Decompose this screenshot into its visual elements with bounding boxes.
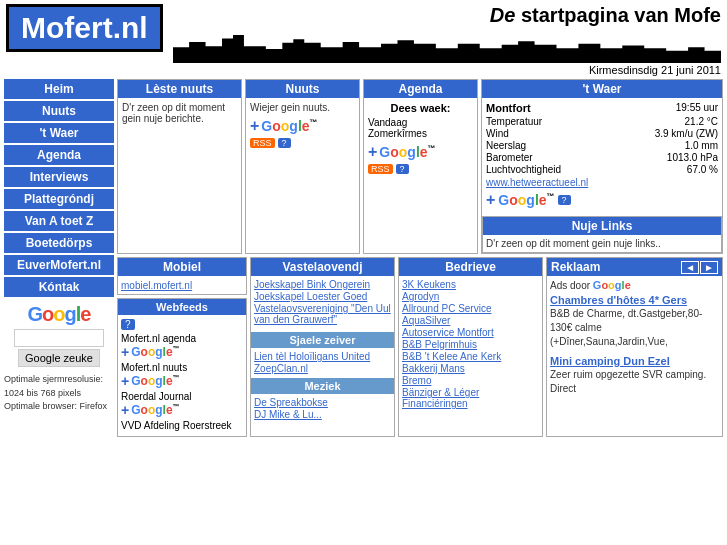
reklaam-link-0[interactable]: Chambres d'hôtes 4* Gers	[550, 294, 719, 306]
reklaam-next-button[interactable]: ►	[700, 261, 718, 274]
vastela-item-2[interactable]: Vastelaovsvereniging "Den Uul van den Gr…	[254, 303, 391, 325]
waer-time: 19:55 uur	[676, 102, 718, 114]
search-input[interactable]	[14, 329, 104, 347]
meziek-header: Meziek	[251, 378, 394, 394]
leste-nuuts-content: D'r zeen op dit moment gein nuje bericht…	[118, 98, 241, 128]
waer-wind-value: 3.9 km/u (ZW)	[655, 128, 718, 139]
ads-text-row: Ads door Google	[550, 279, 719, 291]
webfeeds-header: Webfeeds	[118, 299, 246, 315]
agenda-google-row: + Google™	[368, 143, 473, 161]
feed-icons-2: + Google™	[121, 402, 243, 418]
bedrieve-item-8[interactable]: Bremo	[402, 375, 539, 386]
google-search-button[interactable]: Google zeuke	[18, 349, 100, 367]
nav-agenda[interactable]: Agenda	[4, 145, 114, 165]
bedrieve-item-4[interactable]: Autoservice Montfort	[402, 327, 539, 338]
waer-link[interactable]: www.hetweeractueel.nl	[486, 177, 718, 188]
waer-neerslag-label: Neerslag	[486, 140, 526, 151]
nav-euver-mofert[interactable]: EuverMofert.nl	[4, 255, 114, 275]
feed-add-icon-0[interactable]: +	[121, 344, 129, 360]
waer-title-row: Montfort 19:55 uur	[486, 102, 718, 114]
optimal-browser: Optimale browser: Firefox	[4, 400, 114, 414]
google-logo-nav: Google	[4, 303, 114, 326]
nuuts-text: Wiejer gein nuuts.	[250, 102, 355, 113]
reklaam-text-0: B&B de Charme, dt.Gastgeber,80-130€ calm…	[550, 307, 719, 349]
reklaam-prev-button[interactable]: ◄	[681, 261, 699, 274]
content-area: Lèste nuuts D'r zeen op dit moment gein …	[117, 79, 723, 437]
vastela-item-1[interactable]: Joekskapel Loester Goed	[254, 291, 391, 302]
bedrieve-item-0[interactable]: 3K Keukens	[402, 279, 539, 290]
bedrieve-item-5[interactable]: B&B Pelgrimhuis	[402, 339, 539, 350]
nav-heim[interactable]: Heim	[4, 79, 114, 99]
bedrieve-item-9[interactable]: Bänziger & Léger Financiéringen	[402, 387, 539, 409]
meziek-item-1[interactable]: DJ Mike & Lu...	[254, 409, 391, 420]
nav-boetedörps[interactable]: Boetedörps	[4, 233, 114, 253]
vastela-item-0[interactable]: Joekskapel Bink Ongerein	[254, 279, 391, 290]
webfeeds-question[interactable]: ?	[121, 319, 135, 330]
tagline-de: De	[490, 4, 516, 26]
leste-nuuts-box: Lèste nuuts D'r zeen op dit moment gein …	[117, 79, 242, 254]
waer-header: 't Waer	[482, 80, 722, 98]
waer-question-icon[interactable]: ?	[558, 195, 571, 205]
feed-label-3: VVD Afdeling Roerstreek	[121, 420, 243, 431]
meziek-item-0[interactable]: De Spreakbokse	[254, 397, 391, 408]
nav-interviews[interactable]: Interviews	[4, 167, 114, 187]
tagline: De startpagina van Mofe	[173, 4, 721, 27]
waer-add-icon[interactable]: +	[486, 191, 495, 209]
mobiel-header: Mobiel	[118, 258, 246, 276]
agenda-question-icon[interactable]: ?	[396, 164, 409, 174]
feed-add-icon-2[interactable]: +	[121, 402, 129, 418]
feed-item-3: VVD Afdeling Roerstreek	[121, 420, 243, 431]
ads-google: Google	[593, 279, 631, 291]
nav-nuuts[interactable]: Nuuts	[4, 101, 114, 121]
bedrieve-item-6[interactable]: B&B 't Kelee Ane Kerk	[402, 351, 539, 362]
nuuts-rss-row: RSS ?	[250, 138, 355, 148]
nuuts-box: Nuuts Wiejer gein nuuts. + Google™ RSS ?	[245, 79, 360, 254]
vastela-header: Vastelaovendj	[251, 258, 394, 276]
header-right: De startpagina van Mofe Kirmesdinsdig 21…	[163, 4, 721, 77]
date-bar: Kirmesdinsdig 21 juni 2011	[173, 63, 721, 77]
nav-waer[interactable]: 't Waer	[4, 123, 114, 143]
agenda-content: Dees waek: Vandaag Zomerkîrmes + Google™…	[364, 98, 477, 178]
top-row: Lèste nuuts D'r zeen op dit moment gein …	[117, 79, 723, 254]
nav-plattegróndj[interactable]: Plattegróndj	[4, 189, 114, 209]
waer-luchtvochtigheid-label: Luchtvochtigheid	[486, 164, 561, 175]
city-silhouette	[173, 28, 721, 63]
sjaele-header: Sjaele zeiver	[251, 332, 394, 348]
nav-kontak[interactable]: Kóntak	[4, 277, 114, 297]
reklaam-col: Reklaam ◄ ► Ads door Google Chambres d'h…	[546, 257, 723, 437]
webfeeds-box: Webfeeds ? Mofert.nl agenda + Google™	[117, 298, 247, 437]
reklaam-link-1[interactable]: Mini camping Dun Ezel	[550, 355, 719, 367]
nav-van-a-toet-z[interactable]: Van A toet Z	[4, 211, 114, 231]
bedrieve-header: Bedrieve	[399, 258, 542, 276]
nuuts-add-icon[interactable]: +	[250, 117, 259, 135]
sjaele-item-0[interactable]: Lien tèl Holoïligans United	[254, 351, 391, 362]
agenda-rss-row: RSS ?	[368, 164, 473, 174]
agenda-add-icon[interactable]: +	[368, 143, 377, 161]
feed-google-logo-1: Google™	[131, 374, 179, 388]
agenda-rss-icon[interactable]: RSS	[368, 164, 393, 174]
waer-barometer-row: Barometer 1013.0 hPa	[486, 152, 718, 163]
nuuts-google-row: + Google™	[250, 117, 355, 135]
feed-add-icon-1[interactable]: +	[121, 373, 129, 389]
waer-temp-value: 21.2 °C	[685, 116, 718, 127]
mobiel-link[interactable]: mobiel.mofert.nl	[121, 280, 192, 291]
waer-barometer-label: Barometer	[486, 152, 533, 163]
bedrieve-item-7[interactable]: Bakkerij Mans	[402, 363, 539, 374]
left-nav: Heim Nuuts 't Waer Agenda Interviews Pla…	[4, 79, 114, 437]
bedrieve-item-1[interactable]: Agrodyn	[402, 291, 539, 302]
nuuts-rss-icon[interactable]: RSS	[250, 138, 275, 148]
bedrieve-item-3[interactable]: AquaSilver	[402, 315, 539, 326]
waer-neerslag-value: 1.0 mm	[685, 140, 718, 151]
sjaele-item-1[interactable]: ZoepClan.nl	[254, 363, 391, 374]
optimal-res-value: 1024 bis 768 pixels	[4, 387, 114, 401]
mobiel-content: mobiel.mofert.nl	[118, 276, 246, 294]
bedrieve-content: 3K Keukens Agrodyn Allround PC Service A…	[399, 276, 542, 413]
nuuts-question-icon[interactable]: ?	[278, 138, 291, 148]
header: Mofert.nl De startpagina van Mofe Kirmes…	[0, 0, 727, 77]
agenda-dees-waek: Dees waek:	[368, 102, 473, 114]
google-section: Google Google zeuke	[4, 303, 114, 367]
bedrieve-item-2[interactable]: Allround PC Service	[402, 303, 539, 314]
waer-google-row: + Google™ ?	[486, 191, 718, 209]
nuuts-header: Nuuts	[246, 80, 359, 98]
waer-temp-row: Temperatuur 21.2 °C	[486, 116, 718, 127]
